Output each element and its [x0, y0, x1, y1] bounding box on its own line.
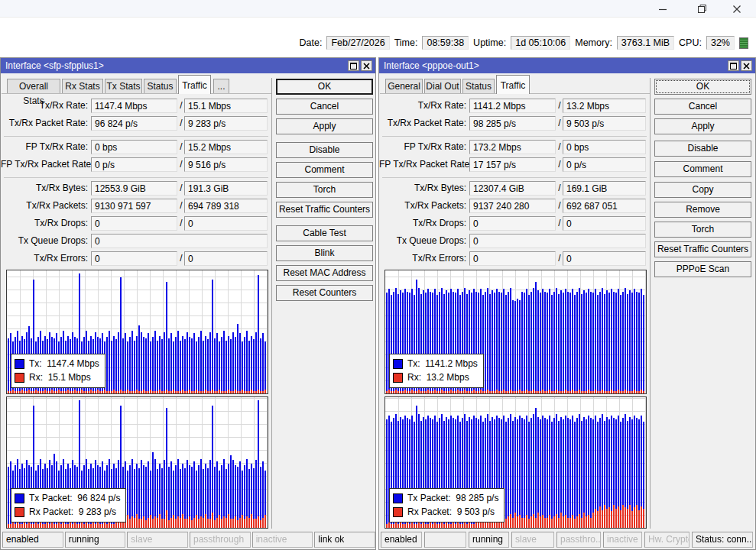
rx-rate-field[interactable]: 13.2 Mbps [563, 99, 646, 113]
reset-mac-address-button[interactable]: Reset MAC Address [276, 265, 373, 281]
blink-button[interactable]: Blink [276, 245, 373, 261]
ok-button[interactable]: OK [276, 79, 373, 95]
field-label: Tx/Rx Packets: [379, 200, 466, 211]
app-close-button[interactable] [720, 0, 754, 18]
tx-drops-field[interactable]: 0 [469, 216, 556, 231]
tab-rx-stats[interactable]: Rx Stats [62, 79, 103, 94]
traffic-rate-graph: Tx: 1141.2 Mbps Rx: 13.2 Mbps [384, 270, 647, 394]
fp-rx-packet-rate-field[interactable]: 0 p/s [563, 157, 646, 172]
field-row: Tx/Rx Bytes: 12307.4 GiB / 169.1 GiB [379, 181, 648, 196]
graph-legend: Tx: 1147.4 Mbps Rx: 15.1 Mbps [11, 354, 105, 388]
reset-traffic-counters-button[interactable]: Reset Traffic Counters [654, 241, 751, 257]
maximize-button[interactable] [348, 60, 359, 71]
fp-rx-rate-field[interactable]: 15.2 Mbps [184, 140, 268, 154]
status-running: running [469, 532, 509, 548]
tx-errors-field[interactable]: 0 [469, 251, 556, 266]
rx-bytes-field[interactable]: 191.3 GiB [184, 181, 268, 196]
window-titlebar[interactable]: Interface <pppoe-out1> [379, 58, 755, 73]
slash-separator: / [557, 100, 562, 111]
rx-legend-label: Rx: 15.1 Mbps [29, 372, 91, 383]
torch-button[interactable]: Torch [654, 222, 751, 238]
remove-button[interactable]: Remove [654, 202, 751, 218]
slash-separator: / [557, 118, 562, 128]
cancel-button[interactable]: Cancel [276, 99, 373, 115]
status-empty [424, 532, 466, 548]
apply-button[interactable]: Apply [654, 118, 751, 134]
tab-overall-stats[interactable]: Overall Stats [7, 79, 60, 94]
field-row: Tx/Rx Rate: 1141.2 Mbps / 13.2 Mbps [379, 99, 648, 114]
minimize-icon [658, 5, 667, 14]
tx-packets-field[interactable]: 9137 240 280 [469, 199, 556, 213]
close-button[interactable] [361, 60, 372, 71]
window-interface-sfp: Interface <sfp-sfpplus1> Overall Stats R… [0, 57, 376, 550]
reset-counters-button[interactable]: Reset Counters [276, 285, 373, 301]
field-row: Tx/Rx Bytes: 12553.9 GiB / 191.3 GiB [1, 181, 270, 196]
field-label: FP Tx/Rx Packet Rate: [379, 159, 466, 170]
date-value: Feb/27/2026 [326, 36, 389, 50]
comment-button[interactable]: Comment [276, 162, 373, 178]
cpu-label: CPU: [679, 37, 702, 48]
tab-traffic[interactable]: Traffic [178, 75, 211, 94]
tab-traffic[interactable]: Traffic [496, 75, 530, 94]
rx-rate-field[interactable]: 15.1 Mbps [184, 99, 268, 113]
disable-button[interactable]: Disable [654, 141, 751, 157]
pppoe-scan-button[interactable]: PPPoE Scan [654, 261, 751, 277]
tx-rate-field[interactable]: 1147.4 Mbps [91, 99, 177, 113]
fp-rx-rate-field[interactable]: 0 bps [563, 140, 646, 154]
tab-tx-stats[interactable]: Tx Stats [105, 79, 142, 94]
comment-button[interactable]: Comment [654, 161, 751, 177]
rx-packet-rate-field[interactable]: 9 283 p/s [184, 116, 268, 131]
rx-drops-field[interactable]: 0 [563, 216, 646, 231]
rx-packets-field[interactable]: 694 789 318 [184, 199, 268, 213]
cancel-button[interactable]: Cancel [654, 99, 751, 115]
slash-separator: / [557, 200, 562, 211]
reset-traffic-counters-button[interactable]: Reset Traffic Counters [276, 202, 373, 218]
tab-more[interactable]: ... [213, 79, 229, 94]
tx-queue-drops-field[interactable]: 0 [91, 234, 268, 248]
tab-dial-out[interactable]: Dial Out [424, 79, 461, 94]
tx-packet-rate-field[interactable]: 98 285 p/s [469, 116, 556, 131]
status-inactive: inactive [252, 532, 313, 548]
app-restore-button[interactable] [685, 0, 719, 18]
disable-button[interactable]: Disable [276, 142, 373, 158]
fp-tx-rate-field[interactable]: 173.2 Mbps [469, 140, 556, 154]
tx-drops-field[interactable]: 0 [91, 216, 177, 231]
window-titlebar[interactable]: Interface <sfp-sfpplus1> [1, 58, 375, 73]
tx-bytes-field[interactable]: 12307.4 GiB [469, 181, 556, 196]
maximize-button[interactable] [728, 60, 739, 71]
status-hw-crypto: Hw. Crypto [644, 532, 689, 548]
apply-button[interactable]: Apply [276, 118, 373, 134]
tx-errors-field[interactable]: 0 [91, 251, 177, 266]
fp-tx-packet-rate-field[interactable]: 0 p/s [91, 157, 177, 172]
graph-legend: Tx: 1141.2 Mbps Rx: 13.2 Mbps [389, 354, 484, 388]
cable-test-button[interactable]: Cable Test [276, 225, 373, 241]
status-enabled: enabled [381, 532, 422, 548]
rx-packet-rate-field[interactable]: 9 503 p/s [563, 116, 646, 131]
copy-button[interactable]: Copy [654, 182, 751, 198]
tx-packet-legend-label: Tx Packet: 96 824 p/s [29, 493, 120, 503]
tx-packets-field[interactable]: 9130 971 597 [91, 199, 177, 213]
close-button[interactable] [741, 60, 752, 71]
tx-bytes-field[interactable]: 12553.9 GiB [91, 181, 177, 196]
ok-button[interactable]: OK [654, 79, 751, 95]
slash-separator: / [179, 200, 183, 211]
fp-rx-packet-rate-field[interactable]: 9 516 p/s [184, 157, 268, 172]
rx-bytes-field[interactable]: 169.1 GiB [563, 181, 646, 196]
torch-button[interactable]: Torch [276, 182, 373, 198]
rx-drops-field[interactable]: 0 [184, 216, 268, 231]
app-titlebar[interactable] [0, 0, 756, 18]
tab-general[interactable]: General [385, 79, 423, 94]
time-value: 08:59:38 [422, 36, 469, 50]
tab-status[interactable]: Status [144, 79, 177, 94]
rx-errors-field[interactable]: 0 [184, 251, 268, 266]
fp-tx-packet-rate-field[interactable]: 17 157 p/s [469, 157, 556, 172]
tx-packet-rate-field[interactable]: 96 824 p/s [91, 116, 177, 131]
app-minimize-button[interactable] [646, 0, 680, 18]
tx-rate-field[interactable]: 1141.2 Mbps [469, 99, 556, 113]
fp-tx-rate-field[interactable]: 0 bps [91, 140, 177, 154]
slash-separator: / [179, 183, 183, 193]
rx-errors-field[interactable]: 0 [563, 251, 646, 266]
tab-status[interactable]: Status [462, 79, 495, 94]
tx-queue-drops-field[interactable]: 0 [469, 234, 646, 248]
rx-packets-field[interactable]: 692 687 051 [563, 199, 646, 213]
